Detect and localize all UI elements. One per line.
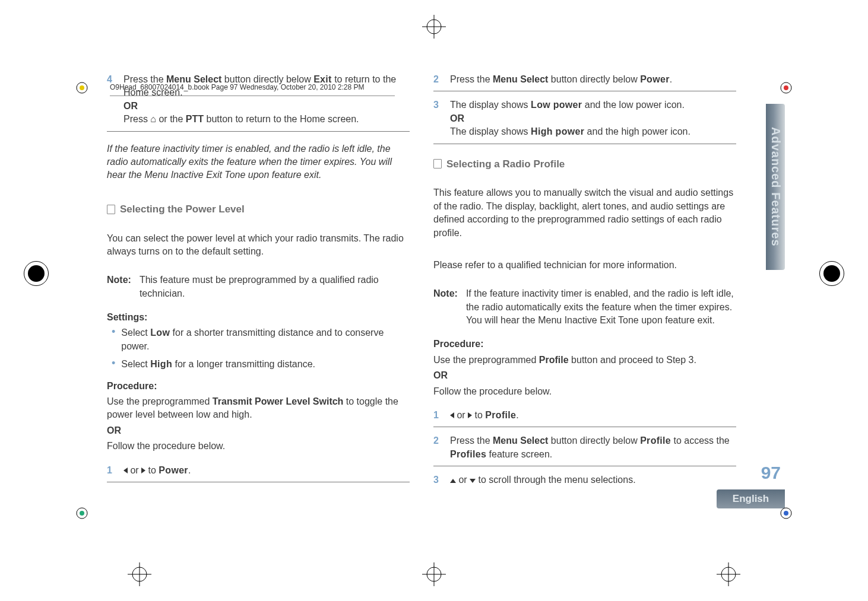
section-intro: You can select the power level at which … <box>107 232 410 259</box>
document-page: O9Head_68007024014_b.book Page 97 Wednes… <box>0 0 868 601</box>
svg-point-13 <box>80 85 84 90</box>
note-label: Note: <box>433 287 458 327</box>
section-power-level: Selecting the Power Level <box>107 202 410 217</box>
t: or <box>128 465 141 475</box>
bullet-item: • Select High for a longer transmitting … <box>112 358 410 371</box>
t: button directly below <box>548 74 640 84</box>
side-tab-label: Advanced Features <box>769 127 783 247</box>
note-body: If the feature inactivity timer is enabl… <box>466 287 736 327</box>
nav-up-icon <box>450 479 456 483</box>
nav-left-icon <box>123 468 128 473</box>
section-title: Selecting the Power Level <box>120 202 245 217</box>
registration-mark <box>128 562 151 586</box>
text: or the <box>156 114 186 124</box>
step-body: or to Profile. <box>450 409 736 422</box>
ui-label: Low power <box>531 100 582 110</box>
step-number: 2 <box>433 434 443 461</box>
inactivity-note: If the feature inactivity timer is enabl… <box>107 142 410 182</box>
ui-label: High power <box>531 126 584 136</box>
t: and the low power icon. <box>582 100 685 110</box>
t: The display shows <box>450 126 531 136</box>
registration-mark <box>422 15 446 39</box>
or-label: OR <box>433 369 736 382</box>
text: Press <box>123 114 150 124</box>
t: to access the <box>671 435 730 446</box>
ui-label: High <box>150 359 172 369</box>
text-bold: Menu Select <box>166 74 221 84</box>
svg-point-17 <box>80 511 84 516</box>
bullet-text: Select Low for a shorter transmitting di… <box>121 326 410 353</box>
section-ref: Please refer to a qualified technician f… <box>433 259 736 272</box>
nav-left-icon <box>450 412 454 418</box>
step-body: or to Power. <box>123 464 410 477</box>
section-icon <box>433 159 442 168</box>
t: for a longer transmitting distance. <box>172 359 315 369</box>
ui-label: Power <box>159 465 188 475</box>
t: and the high power icon. <box>584 126 690 136</box>
svg-point-15 <box>784 85 788 90</box>
t: Press the <box>450 435 493 446</box>
t: feature screen. <box>486 449 552 459</box>
t: to <box>145 465 159 475</box>
color-mark <box>778 505 794 521</box>
t: button and proceed to Step 3. <box>569 355 696 365</box>
section-title: Selecting a Radio Profile <box>446 157 565 171</box>
t: Select <box>121 327 150 338</box>
section-intro: This feature allows you to manually swit… <box>433 186 736 240</box>
nav-down-icon <box>470 479 476 483</box>
note-label: Note: <box>107 274 131 300</box>
ui-label: Exit <box>313 74 332 84</box>
t: . <box>188 465 191 475</box>
t: or <box>456 475 470 485</box>
step-body: Press the Menu Select button directly be… <box>123 73 410 126</box>
bullet-icon: • <box>112 358 115 371</box>
text-bold: PTT <box>186 114 204 124</box>
content-area: 4 Press the Menu Select button directly … <box>107 68 736 507</box>
t: . <box>516 410 518 420</box>
or-label: OR <box>450 112 736 125</box>
t: Transmit Power Level Switch <box>213 396 344 406</box>
step-body: Press the Menu Select button directly be… <box>450 73 736 86</box>
text: Press the <box>123 74 166 84</box>
t: or <box>454 410 468 420</box>
t: . <box>670 74 672 84</box>
step-body: or to scroll through the menu selections… <box>450 473 736 486</box>
t: Press the <box>450 74 493 84</box>
note-row: Note: This feature must be preprogrammed… <box>107 274 410 300</box>
registration-mark <box>819 261 844 286</box>
ui-label: Low <box>150 327 170 338</box>
step-number: 1 <box>107 464 116 477</box>
procedure-follow: Follow the procedure below. <box>107 440 410 453</box>
t: button directly below <box>548 435 640 446</box>
left-column: 4 Press the Menu Select button directly … <box>107 68 410 507</box>
note-body: This feature must be preprogrammed by a … <box>140 274 410 300</box>
t: to scroll through the menu selections. <box>476 475 635 485</box>
t: Use the preprogrammed <box>433 355 539 365</box>
step-number: 3 <box>433 473 443 486</box>
ui-label: Profile <box>485 410 516 420</box>
step-body: The display shows Low power and the low … <box>450 98 736 138</box>
step-1b: 1 or to Profile. <box>433 406 736 427</box>
side-tab: Advanced Features <box>766 104 785 270</box>
t: to <box>472 410 485 420</box>
language-bar: English <box>717 489 785 508</box>
step-number: 4 <box>107 73 116 126</box>
or-label: OR <box>107 424 410 437</box>
right-column: 2 Press the Menu Select button directly … <box>433 68 736 507</box>
step-number: 2 <box>433 73 443 86</box>
text: button to return to the Home screen. <box>204 114 359 124</box>
t: Use the preprogrammed <box>107 396 213 406</box>
registration-mark <box>717 562 740 586</box>
procedure-follow: Follow the procedure below. <box>433 385 736 398</box>
svg-point-19 <box>784 511 788 516</box>
text: button directly below <box>221 74 313 84</box>
bullet-text: Select High for a longer transmitting di… <box>121 358 315 371</box>
color-mark <box>778 80 794 96</box>
note-row: Note: If the feature inactivity timer is… <box>433 287 736 327</box>
registration-mark <box>422 562 446 586</box>
color-mark <box>74 505 90 521</box>
step-2: 2 Press the Menu Select button directly … <box>433 71 736 91</box>
color-mark <box>74 80 90 96</box>
home-icon: ⌂ <box>150 113 156 126</box>
bullet-icon: • <box>112 326 115 353</box>
